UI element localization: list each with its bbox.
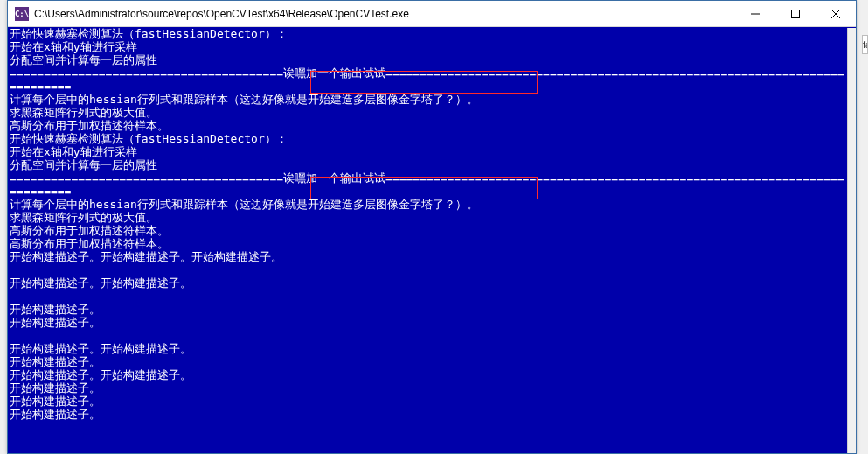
minimize-button[interactable] — [735, 1, 775, 26]
window-title: C:\Users\Administrator\source\repos\Open… — [34, 8, 735, 20]
background-tab: fa — [862, 35, 868, 54]
svg-rect-1 — [792, 10, 800, 17]
title-bar[interactable]: C:\ C:\Users\Administrator\source\repos\… — [8, 1, 856, 27]
window-controls — [735, 1, 856, 26]
maximize-icon — [791, 10, 800, 18]
vertical-scrollbar[interactable] — [847, 28, 856, 453]
app-icon: C:\ — [15, 7, 29, 21]
close-icon — [831, 10, 840, 18]
console-output[interactable]: 开始快速赫塞检测算法（fastHessianDetector）： 开始在x轴和y… — [8, 27, 856, 453]
close-button[interactable] — [816, 1, 856, 26]
minimize-icon — [751, 10, 760, 18]
console-window: C:\ C:\Users\Administrator\source\repos\… — [7, 0, 857, 454]
maximize-button[interactable] — [775, 1, 816, 26]
